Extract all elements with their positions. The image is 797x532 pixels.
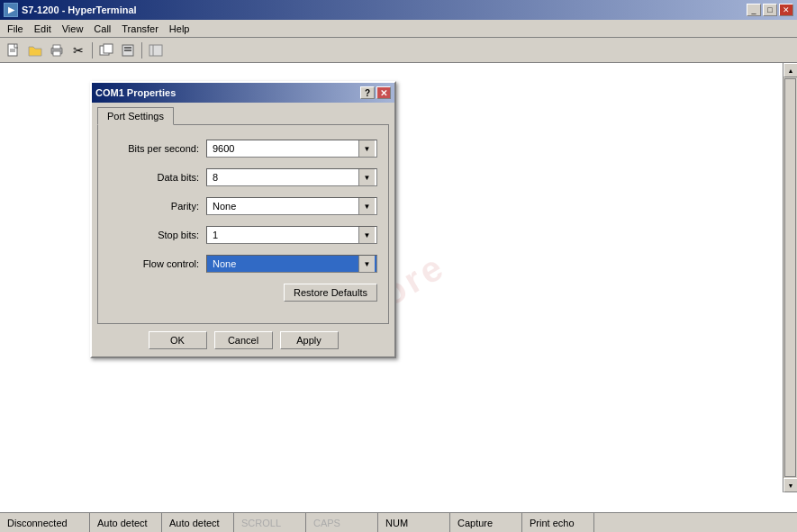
- toolbar-print[interactable]: [47, 41, 67, 60]
- menu-bar: File Edit View Call Transfer Help: [0, 20, 797, 38]
- title-bar-buttons: _ □ ✕: [747, 4, 793, 16]
- modal-overlay: COM1 Properties ? ✕ Port Settings Bits p…: [0, 63, 797, 512]
- status-scroll: SCROLL: [234, 513, 306, 532]
- apply-button[interactable]: Apply: [280, 331, 339, 349]
- app-icon: ▶: [4, 3, 18, 17]
- toolbar-open[interactable]: [25, 41, 45, 60]
- parity-row: Parity: None ▼: [109, 197, 377, 215]
- bits-per-second-arrow[interactable]: ▼: [358, 140, 375, 157]
- toolbar-btn5[interactable]: [96, 41, 116, 60]
- title-bar-left: ▶ S7-1200 - HyperTerminal: [4, 3, 137, 17]
- toolbar-new[interactable]: [4, 41, 23, 60]
- svg-rect-9: [124, 47, 131, 49]
- tab-port-settings[interactable]: Port Settings: [97, 107, 174, 125]
- toolbar-btn7[interactable]: [146, 41, 166, 60]
- dialog-close-button[interactable]: ✕: [376, 86, 391, 99]
- dialog-body: Bits per second: 9600 ▼ Data bits: 8 ▼ P…: [97, 124, 389, 324]
- status-num: NUM: [378, 513, 450, 532]
- app-title: S7-1200 - HyperTerminal: [22, 5, 137, 15]
- data-bits-value: 8: [209, 172, 358, 183]
- flow-control-value: None: [209, 258, 358, 269]
- bits-per-second-row: Bits per second: 9600 ▼: [109, 140, 377, 158]
- menu-edit[interactable]: Edit: [29, 22, 57, 36]
- flow-control-row: Flow control: None ▼: [109, 255, 377, 273]
- tab-row: Port Settings: [92, 103, 394, 124]
- stop-bits-row: Stop bits: 1 ▼: [109, 226, 377, 244]
- svg-rect-7: [104, 44, 113, 53]
- parity-arrow[interactable]: ▼: [358, 198, 375, 214]
- stop-bits-arrow[interactable]: ▼: [358, 227, 375, 243]
- close-button[interactable]: ✕: [779, 4, 793, 16]
- status-print-echo: Print echo: [522, 513, 594, 532]
- svg-rect-5: [53, 51, 60, 56]
- dialog-help-button[interactable]: ?: [360, 86, 375, 99]
- flow-control-arrow[interactable]: ▼: [358, 256, 375, 272]
- toolbar: ✂: [0, 38, 797, 63]
- toolbar-btn6[interactable]: [118, 41, 138, 60]
- restore-defaults-button[interactable]: Restore Defaults: [284, 284, 377, 302]
- restore-defaults-row: Restore Defaults: [109, 284, 377, 302]
- dialog-title-buttons: ? ✕: [360, 86, 391, 99]
- maximize-button[interactable]: □: [763, 4, 777, 16]
- bits-per-second-select[interactable]: 9600 ▼: [206, 140, 377, 158]
- status-auto-detect-1: Auto detect: [90, 513, 162, 532]
- menu-file[interactable]: File: [2, 22, 29, 36]
- status-capture: Capture: [450, 513, 522, 532]
- bits-per-second-label: Bits per second:: [109, 143, 199, 154]
- status-caps: CAPS: [306, 513, 378, 532]
- dialog-title-text: COM1 Properties: [95, 87, 176, 98]
- data-bits-select[interactable]: 8 ▼: [206, 168, 377, 186]
- dialog-footer: OK Cancel Apply: [92, 324, 394, 356]
- toolbar-separator-2: [141, 42, 142, 59]
- status-connection: Disconnected: [0, 513, 90, 532]
- title-bar: ▶ S7-1200 - HyperTerminal _ □ ✕: [0, 0, 797, 20]
- data-bits-row: Data bits: 8 ▼: [109, 168, 377, 186]
- parity-select[interactable]: None ▼: [206, 197, 377, 215]
- toolbar-separator-1: [92, 42, 93, 59]
- minimize-button[interactable]: _: [747, 4, 761, 16]
- svg-rect-10: [124, 50, 131, 51]
- stop-bits-value: 1: [209, 230, 358, 240]
- menu-view[interactable]: View: [57, 22, 89, 36]
- parity-value: None: [209, 201, 358, 212]
- menu-transfer[interactable]: Transfer: [116, 22, 164, 36]
- menu-help[interactable]: Help: [164, 22, 195, 36]
- com1-properties-dialog: COM1 Properties ? ✕ Port Settings Bits p…: [90, 81, 396, 358]
- stop-bits-select[interactable]: 1 ▼: [206, 226, 377, 244]
- data-bits-arrow[interactable]: ▼: [358, 169, 375, 185]
- stop-bits-label: Stop bits:: [109, 230, 199, 240]
- svg-rect-4: [53, 45, 60, 49]
- dialog-title-bar: COM1 Properties ? ✕: [92, 83, 394, 103]
- menu-call[interactable]: Call: [88, 22, 116, 36]
- flow-control-select[interactable]: None ▼: [206, 255, 377, 273]
- bits-per-second-value: 9600: [209, 143, 358, 154]
- status-bar: Disconnected Auto detect Auto detect SCR…: [0, 512, 797, 532]
- main-area: More ▲ ▼ COM1 Properties ? ✕ Port Settin…: [0, 63, 797, 512]
- svg-rect-11: [149, 45, 162, 56]
- cancel-button[interactable]: Cancel: [214, 331, 273, 349]
- flow-control-label: Flow control:: [109, 258, 199, 269]
- parity-label: Parity:: [109, 201, 199, 212]
- data-bits-label: Data bits:: [109, 172, 199, 183]
- toolbar-cut[interactable]: ✂: [68, 41, 88, 60]
- ok-button[interactable]: OK: [149, 331, 207, 349]
- status-auto-detect-2: Auto detect: [162, 513, 234, 532]
